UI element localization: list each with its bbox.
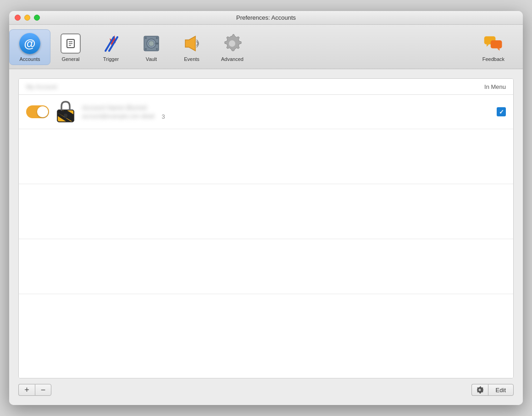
content-area: My Account In Menu [9,69,523,405]
general-label: General [61,56,79,62]
bottom-right: Edit [471,384,514,396]
empty-row-3 [19,239,513,294]
add-account-button[interactable]: + [18,384,35,396]
bottom-toolbar: + − Edit [18,378,514,396]
minimize-button[interactable] [24,15,30,21]
svg-rect-19 [491,40,502,49]
toolbar-right: Feedback [473,30,523,65]
empty-rows [19,129,513,378]
settings-gear-button[interactable] [471,384,488,396]
trigger-icon [101,33,121,54]
account-icon-wrap [55,99,77,124]
toolbar-item-vault[interactable]: Vault [131,30,172,65]
account-detail: account@example.com detail [82,113,155,120]
feedback-icon [483,33,504,54]
svg-rect-10 [155,43,159,44]
accounts-label: Accounts [19,56,40,62]
account-badge: 3 [162,113,165,120]
empty-row-2 [19,184,513,239]
svg-point-16 [229,40,235,47]
advanced-label: Advanced [221,56,244,62]
vault-label: Vault [146,56,157,62]
accounts-header: My Account In Menu [19,79,513,95]
close-button[interactable] [15,15,21,21]
toolbar-item-accounts[interactable]: @ Accounts [9,29,50,65]
traffic-lights [15,15,40,21]
svg-point-13 [145,48,147,50]
advanced-icon-wrap [221,33,243,55]
feedback-icon-wrap [482,33,504,55]
svg-point-12 [156,37,158,39]
account-info: Account Name Blurred account@example.com… [82,104,491,120]
accounts-header-left: My Account [26,82,484,91]
bottom-left: + − [18,384,51,396]
events-label: Events [184,56,200,62]
accounts-icon: @ [19,33,40,54]
toolbar-item-trigger[interactable]: Trigger [91,30,131,65]
empty-row-1 [19,129,513,184]
titlebar: Preferences: Accounts [9,11,523,25]
account-row[interactable]: Account Name Blurred account@example.com… [19,95,513,129]
general-icon [61,33,81,54]
svg-marker-15 [185,36,195,51]
svg-point-14 [156,48,158,50]
vault-icon [141,33,161,54]
feedback-label: Feedback [482,56,504,62]
maximize-button[interactable] [34,15,40,21]
trigger-label: Trigger [103,56,119,62]
svg-point-11 [145,37,147,39]
svg-point-9 [149,41,154,46]
events-icon-wrap [181,33,203,55]
remove-account-button[interactable]: − [35,384,51,396]
window-title: Preferences: Accounts [236,14,296,21]
in-menu-header: In Menu [484,83,506,90]
toolbar-item-advanced[interactable]: Advanced [212,30,253,65]
svg-marker-20 [497,49,499,51]
toolbar-item-feedback[interactable]: Feedback [473,30,514,65]
svg-rect-30 [65,115,66,118]
account-name: Account Name Blurred [82,104,491,111]
toolbar-item-events[interactable]: Events [172,30,212,65]
accounts-header-title: My Account [26,83,57,90]
toolbar: @ Accounts General [9,25,523,69]
toggle-knob [37,106,48,117]
advanced-icon [222,33,242,54]
vault-icon-wrap [140,33,162,55]
toolbar-item-general[interactable]: General [50,30,91,65]
in-menu-checkbox[interactable] [497,107,506,116]
events-icon [182,33,202,54]
preferences-window: Preferences: Accounts @ Accounts [9,11,523,405]
accounts-container: My Account In Menu [18,78,514,378]
account-toggle[interactable] [26,105,49,118]
accounts-icon-wrap: @ [19,33,41,55]
edit-button[interactable]: Edit [488,384,514,396]
trigger-icon-wrap [100,33,122,55]
svg-marker-18 [487,44,489,47]
general-icon-wrap [60,33,82,55]
svg-point-31 [479,389,481,391]
toolbar-left: @ Accounts General [9,29,253,65]
